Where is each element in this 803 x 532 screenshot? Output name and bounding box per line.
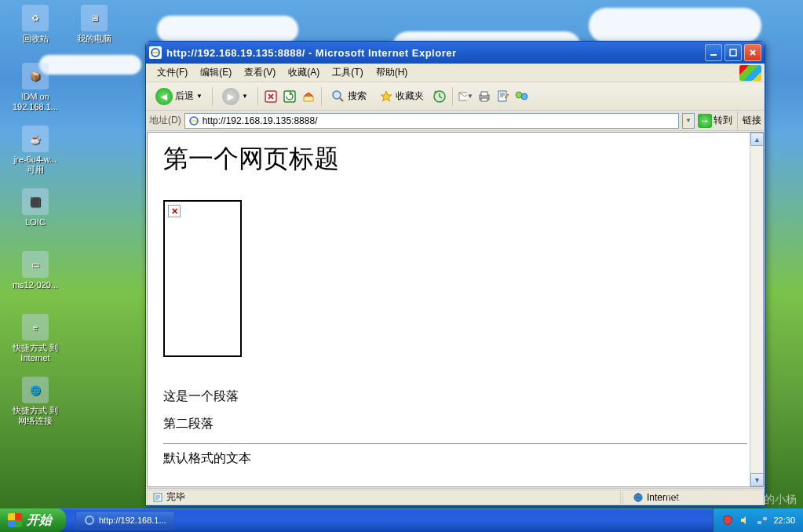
page-body: 第一个网页标题 ✕ 这是一个段落 第二段落 默认格式的文本 [148,133,763,487]
search-label: 搜索 [348,89,367,103]
svg-point-19 [86,516,93,524]
address-input[interactable]: http://192.168.19.135:8888/ [184,113,679,129]
paragraph-1: 这是一个段落 [163,388,747,405]
vertical-scrollbar[interactable]: ▲ ▼ [750,133,763,486]
svg-rect-20 [757,521,761,524]
pre-text: 默认格式的文本 [163,450,747,467]
address-dropdown-button[interactable]: ▼ [682,113,695,129]
zone-text: Internet [647,492,679,503]
addressbar: 地址(D) http://192.168.19.135:8888/ ▼ → 转到… [146,111,765,131]
desktop-icon-label: 快捷方式 到Internet [8,343,63,363]
stop-button[interactable] [263,89,279,104]
scroll-up-button[interactable]: ▲ [750,133,764,146]
svg-point-5 [333,91,341,99]
desktop-icon-label: 回收站 [8,34,63,44]
recycle-bin-icon: ♻ [22,5,49,31]
my-computer-icon: 🖥 [81,5,108,31]
start-label: 开始 [27,512,52,529]
broken-image: ✕ [163,200,242,357]
desktop-icon-label: 我的电脑 [67,34,122,44]
statusbar: 完毕 Internet [146,488,765,505]
start-button[interactable]: 开始 [0,508,66,532]
menu-item[interactable]: 查看(V) [238,64,282,81]
desktop-icon-my-computer[interactable]: 🖥我的电脑 [67,5,122,44]
tray-volume-icon[interactable] [739,514,751,527]
search-icon [331,89,345,104]
home-button[interactable] [301,89,316,104]
ie-task-icon [84,515,95,526]
address-label: 地址(D) [149,114,181,127]
loic-icon: ⬛ [22,188,49,215]
ie-shortcut-icon: e [22,314,49,341]
menu-item[interactable]: 文件(F) [151,64,194,81]
forward-button[interactable]: ► ▼ [217,86,253,107]
forward-arrow-icon: ► [222,88,239,105]
svg-rect-2 [730,49,736,56]
task-label: http://192.168.1... [99,516,166,525]
go-button[interactable]: → 转到 [698,114,732,128]
back-button[interactable]: ◄ 后退 ▼ [151,86,207,107]
tray-network-icon[interactable] [756,514,768,527]
desktop-icon-ms12[interactable]: ▭ms12-020... [8,251,63,290]
system-tray[interactable]: 22:30 [713,508,803,532]
go-label: 转到 [714,114,732,127]
desktop-icon-label: ms12-020... [8,280,63,290]
desktop-icon-ie-shortcut[interactable]: e快捷方式 到Internet [8,314,63,363]
content-area: 第一个网页标题 ✕ 这是一个段落 第二段落 默认格式的文本 ▲ ▼ [147,132,764,487]
start-logo-icon [8,513,22,527]
toolbar: ◄ 后退 ▼ ► ▼ 搜索 收藏夹 ▼ [146,82,765,111]
net-shortcut-icon: 🌐 [22,377,49,403]
menu-item[interactable]: 帮助(H) [370,64,414,81]
broken-image-icon: ✕ [168,205,181,217]
ie-window: http://192.168.19.135:8888/ - Microsoft … [145,41,765,506]
window-title: http://192.168.19.135:8888/ - Microsoft … [166,47,705,59]
status-text: 完毕 [166,490,185,504]
svg-rect-1 [710,54,717,56]
close-button[interactable] [744,44,761,61]
links-label[interactable]: 链接 [743,114,761,127]
go-arrow-icon: → [698,114,712,128]
desktop-icon-jre[interactable]: ☕jre-6u4-w...可用 [8,126,63,175]
menu-item[interactable]: 收藏(A) [282,64,326,81]
desktop-icon-idm[interactable]: 📦IDM on192.168.1... [8,63,63,112]
search-button[interactable]: 搜索 [327,87,371,106]
chevron-down-icon: ▼ [196,93,203,100]
page-heading: 第一个网页标题 [163,142,747,177]
back-arrow-icon: ◄ [155,88,173,105]
idm-icon: 📦 [22,63,49,89]
address-url: http://192.168.19.135:8888/ [203,115,675,126]
scroll-down-button[interactable]: ▼ [750,473,764,486]
minimize-button[interactable] [705,44,722,61]
edit-button[interactable] [495,89,511,104]
desktop-icon-recycle-bin[interactable]: ♻回收站 [8,5,63,44]
svg-rect-21 [763,517,767,520]
favorites-label: 收藏夹 [396,89,424,103]
desktop-icon-loic[interactable]: ⬛LOIC [8,188,63,228]
tray-shield-icon[interactable] [721,514,734,527]
menubar: 文件(F)编辑(E)查看(V)收藏(A)工具(T)帮助(H) [146,64,765,82]
messenger-button[interactable] [514,89,530,104]
refresh-button[interactable] [282,89,297,104]
menu-item[interactable]: 编辑(E) [194,64,238,81]
desktop: ♻回收站🖥我的电脑📦IDM on192.168.1...☕jre-6u4-w..… [0,0,803,532]
mail-button[interactable]: ▼ [458,89,473,104]
maximize-button[interactable] [725,44,742,61]
tray-time: 22:30 [773,516,795,525]
windows-logo-icon [739,65,761,81]
taskbar: 开始 http://192.168.1... 22:30 [0,508,803,532]
svg-rect-11 [481,98,487,101]
svg-rect-4 [284,91,295,102]
favorites-button[interactable]: 收藏夹 [374,87,429,106]
page-favicon-icon [188,115,199,126]
paragraph-2: 第二段落 [163,416,747,432]
desktop-icon-label: IDM on192.168.1... [8,92,63,112]
jre-icon: ☕ [22,126,49,152]
done-icon [152,492,163,503]
taskbar-item-ie[interactable]: http://192.168.1... [75,511,175,530]
titlebar[interactable]: http://192.168.19.135:8888/ - Microsoft … [146,42,765,64]
print-button[interactable] [476,89,492,104]
desktop-icon-net-shortcut[interactable]: 🌐快捷方式 到网络连接 [8,377,63,426]
menu-item[interactable]: 工具(T) [326,64,369,81]
internet-zone-icon [633,492,644,503]
history-button[interactable] [432,89,447,104]
